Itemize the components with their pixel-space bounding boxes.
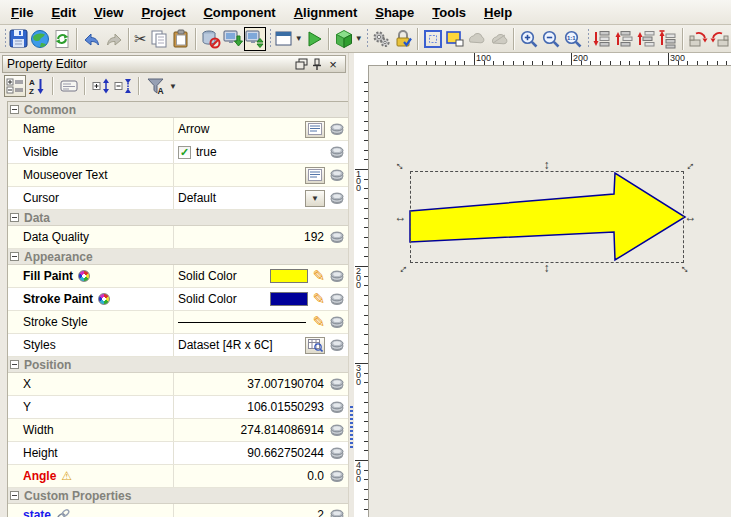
property-row-stroke-style[interactable]: Stroke Style ✎ bbox=[8, 311, 348, 334]
open-global-button[interactable] bbox=[29, 27, 51, 51]
text-editor-button[interactable] bbox=[305, 121, 325, 138]
comm-off-button[interactable] bbox=[200, 27, 222, 51]
collapse-all-button[interactable] bbox=[112, 75, 134, 97]
pencil-edit-icon[interactable]: ✎ bbox=[312, 314, 325, 329]
window-bounds-button[interactable] bbox=[444, 27, 466, 51]
toolbar-drag-handle[interactable] bbox=[3, 29, 6, 49]
undo-button[interactable] bbox=[81, 27, 103, 51]
categorized-view-button[interactable] bbox=[4, 75, 26, 97]
binding-icon[interactable] bbox=[328, 337, 345, 353]
binding-icon[interactable] bbox=[328, 507, 345, 517]
property-row-visible[interactable]: Visible ✓ true bbox=[8, 141, 348, 164]
rotate-ccw-button[interactable] bbox=[687, 27, 709, 51]
binding-icon[interactable] bbox=[328, 144, 345, 160]
comm-read-only-button[interactable] bbox=[222, 27, 244, 51]
menu-help[interactable]: Help bbox=[475, 2, 521, 23]
comm-read-write-button[interactable] bbox=[244, 27, 266, 51]
cursor-dropdown-button[interactable]: ▼ bbox=[305, 190, 325, 207]
cut-button[interactable]: ✂ bbox=[133, 27, 148, 51]
binding-icon[interactable] bbox=[328, 314, 345, 330]
binding-icon[interactable] bbox=[328, 422, 345, 438]
float-panel-button[interactable] bbox=[293, 57, 309, 71]
text-editor-button[interactable] bbox=[305, 167, 325, 184]
expand-all-button[interactable] bbox=[90, 75, 112, 97]
property-row-y[interactable]: Y 106.01550293 bbox=[8, 396, 348, 419]
bring-forward-button[interactable] bbox=[635, 27, 657, 51]
show-description-button[interactable] bbox=[58, 75, 80, 97]
toolbar-drag-handle[interactable] bbox=[268, 29, 271, 49]
stroke-color-swatch[interactable] bbox=[270, 292, 308, 306]
security-lock-button[interactable] bbox=[392, 27, 414, 51]
menu-shape[interactable]: Shape bbox=[366, 2, 423, 23]
property-row-fill-paint[interactable]: Fill Paint Solid Color ✎ bbox=[8, 265, 348, 288]
copy-button[interactable] bbox=[148, 27, 170, 51]
binding-icon[interactable] bbox=[328, 229, 345, 245]
rotate-cw-button[interactable] bbox=[709, 27, 731, 51]
gateway-gears-button[interactable] bbox=[370, 27, 392, 51]
save-button[interactable] bbox=[8, 27, 29, 51]
design-canvas[interactable]: ↔ ↕ ↔ ↔ ↔ ↔ ↕ ↔ bbox=[368, 65, 731, 517]
binding-icon[interactable] bbox=[328, 291, 345, 307]
menu-tools[interactable]: Tools bbox=[423, 2, 475, 23]
collapse-section-icon[interactable] bbox=[10, 105, 19, 114]
collapse-section-icon[interactable] bbox=[10, 360, 19, 369]
zoom-out-button[interactable] bbox=[540, 27, 562, 51]
pencil-edit-icon[interactable]: ✎ bbox=[312, 268, 325, 283]
binding-icon[interactable] bbox=[328, 468, 345, 484]
property-row-name[interactable]: Name Arrow bbox=[8, 118, 348, 141]
paste-button[interactable] bbox=[170, 27, 192, 51]
pencil-edit-icon[interactable]: ✎ bbox=[312, 291, 325, 306]
redo-button[interactable] bbox=[103, 27, 125, 51]
resize-handle-top[interactable]: ↕ bbox=[540, 158, 553, 171]
binding-icon[interactable] bbox=[328, 268, 345, 284]
property-row-cursor[interactable]: Cursor Default ▼ bbox=[8, 187, 348, 210]
menu-view[interactable]: View bbox=[85, 2, 132, 23]
dropdown-arrow-icon[interactable]: ▼ bbox=[355, 34, 363, 43]
collapse-section-icon[interactable] bbox=[10, 491, 19, 500]
resize-handle-left[interactable]: ↔ bbox=[394, 210, 407, 223]
collapse-section-icon[interactable] bbox=[10, 252, 19, 261]
binding-icon[interactable] bbox=[328, 167, 345, 183]
fit-window-button[interactable] bbox=[422, 27, 444, 51]
property-row-angle[interactable]: Angle⚠ 0.0 bbox=[8, 465, 348, 488]
resize-handle-bottom[interactable]: ↕ bbox=[540, 261, 553, 274]
pin-panel-button[interactable] bbox=[309, 57, 325, 71]
binding-icon[interactable] bbox=[328, 121, 345, 137]
toolbar-drag-handle[interactable] bbox=[365, 29, 368, 49]
dataset-viewer-button[interactable] bbox=[305, 337, 325, 354]
fill-color-swatch[interactable] bbox=[270, 269, 308, 283]
property-row-stroke-paint[interactable]: Stroke Paint Solid Color ✎ bbox=[8, 288, 348, 311]
visible-checkbox[interactable]: ✓ bbox=[178, 146, 191, 159]
property-row-data-quality[interactable]: Data Quality 192 bbox=[8, 226, 348, 249]
menu-project[interactable]: Project bbox=[132, 2, 194, 23]
property-row-mouseover-text[interactable]: Mouseover Text bbox=[8, 164, 348, 187]
property-row-state[interactable]: state 2 bbox=[8, 504, 348, 517]
menu-edit[interactable]: Edit bbox=[42, 2, 85, 23]
preview-play-button[interactable] bbox=[303, 27, 325, 51]
bring-to-front-button[interactable] bbox=[657, 27, 679, 51]
shape-union-button[interactable] bbox=[466, 27, 488, 51]
binding-icon[interactable] bbox=[328, 190, 345, 206]
property-row-styles[interactable]: Styles Dataset [4R x 6C] bbox=[8, 334, 348, 357]
open-window-button[interactable] bbox=[273, 27, 295, 51]
toolbar-drag-handle[interactable] bbox=[586, 29, 589, 49]
update-project-button[interactable] bbox=[51, 27, 73, 51]
resize-handle-right[interactable]: ↔ bbox=[684, 210, 697, 223]
menu-alignment[interactable]: Alignment bbox=[285, 2, 367, 23]
binding-icon[interactable] bbox=[328, 399, 345, 415]
filter-button[interactable]: A bbox=[144, 75, 166, 97]
send-to-back-button[interactable] bbox=[613, 27, 635, 51]
property-row-width[interactable]: Width 274.814086914 bbox=[8, 419, 348, 442]
close-panel-button[interactable]: × bbox=[325, 57, 341, 71]
send-backward-button[interactable] bbox=[591, 27, 613, 51]
sort-alphabetical-button[interactable]: AZ bbox=[26, 75, 48, 97]
menu-component[interactable]: Component bbox=[194, 2, 284, 23]
dropdown-arrow-icon[interactable]: ▼ bbox=[295, 34, 303, 43]
shape-difference-button[interactable] bbox=[488, 27, 510, 51]
property-row-height[interactable]: Height 90.662750244 bbox=[8, 442, 348, 465]
splitter-grip-icon[interactable] bbox=[350, 406, 353, 448]
property-row-x[interactable]: X 37.007190704 bbox=[8, 373, 348, 396]
arrow-shape[interactable] bbox=[369, 66, 731, 516]
collapse-section-icon[interactable] bbox=[10, 213, 19, 222]
filter-dropdown-button[interactable]: ▼ bbox=[166, 75, 180, 97]
